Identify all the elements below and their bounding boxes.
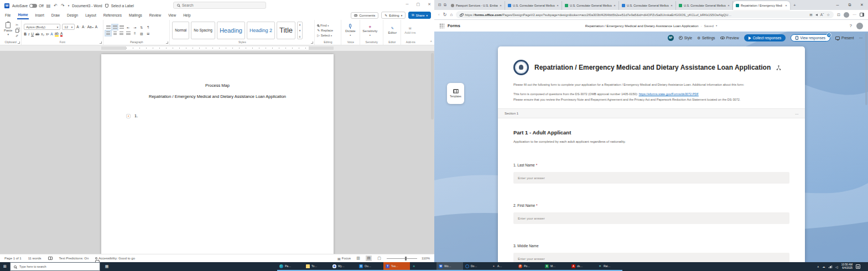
grow-font-button[interactable]: Aˆ [76,25,80,29]
select-label-button[interactable]: Select a Label [111,4,134,8]
presence-avatar[interactable]: NP [668,35,674,41]
change-case-button[interactable]: Aa▾ [87,25,93,29]
restore-icon[interactable]: ⧉ [844,3,856,7]
taskbar-search-box[interactable]: Type here to search [10,262,100,271]
web-layout-icon[interactable]: ▢ [376,256,382,261]
back-icon[interactable]: ‹ [438,12,440,17]
refresh-icon[interactable]: ↻ [443,12,447,17]
share-button[interactable]: ⧉ Share ▾ [408,12,431,19]
taskbar-app[interactable]: ✳ [410,262,436,271]
taskbar-file-explorer[interactable]: To… [304,262,330,271]
line-spacing-icon[interactable]: ≡ [132,31,137,35]
document-page[interactable]: Process Map Repatriation / Emergency Med… [101,54,334,254]
part-title[interactable]: Part 1 - Adult Applicant [498,129,805,136]
tray-expand-icon[interactable]: ∧ [817,265,819,268]
save-icon[interactable]: ▤ [46,3,51,8]
text-size-icon[interactable]: Aˆ [820,13,824,17]
superscript-button[interactable]: x² [46,32,49,36]
answer-input[interactable]: Enter your answer [513,253,789,262]
maximize-icon[interactable]: ▢ [417,2,420,7]
network-icon[interactable] [829,265,833,268]
style-button[interactable]: Style [679,36,692,40]
font-size-combo[interactable]: 12▾ [62,24,75,30]
show-marks-icon[interactable]: ¶ [145,25,150,29]
taskbar-teams[interactable]: TTea… [383,262,410,271]
document-canvas[interactable]: Process Map Repatriation / Emergency Med… [0,51,434,254]
form-title[interactable]: Repatriation / Emergency Medical and Die… [534,64,771,71]
collapse-ribbon-icon[interactable]: ˄ [430,40,432,43]
align-right-icon[interactable] [119,31,124,35]
ds3072-link[interactable]: https://eforms.state.gov/Forms/ds3072.PD… [639,92,699,96]
dialog-launcher-icon[interactable] [311,41,313,44]
style-heading1[interactable]: Heading [217,22,245,39]
style-normal[interactable]: Normal [172,22,189,39]
styles-gallery-scroll[interactable]: ▴▾≡ [297,22,303,39]
action-center-icon[interactable] [856,264,860,269]
zoom-slider[interactable] [387,258,417,259]
bold-button[interactable]: B [24,32,27,36]
new-tab-icon[interactable]: + [790,3,799,8]
find-button[interactable]: Find ▾ [317,24,333,27]
chevron-down-icon[interactable]: ▾ [716,24,717,27]
clear-formatting-button[interactable]: A [95,25,97,29]
dictate-button[interactable]: Dictate▾ [344,22,357,39]
taskbar-edge[interactable]: Pa… [277,262,304,271]
more-menu-icon[interactable]: ⋯ [853,13,856,17]
page-indicator[interactable]: Page 1 of 1 [4,257,22,260]
font-name-combo[interactable]: Aptos (Body)▾ [24,24,60,30]
toggle-off-icon[interactable] [29,4,37,8]
addins-button[interactable]: ⊞ Add-ins [403,22,417,39]
section-header[interactable]: Section 1 ⋯ [498,108,805,118]
answer-input[interactable]: Enter your answer [513,172,789,184]
justify-icon[interactable] [126,31,131,35]
present-button[interactable]: Present [835,36,854,40]
url-field[interactable]: https://forms.office.com/Pages/DesignPag… [456,11,834,18]
onedrive-cloud-icon[interactable]: ☁ [823,265,825,268]
page-scrollbar[interactable] [865,33,867,105]
ruler[interactable] [0,45,434,51]
close-tab-icon[interactable]: × [614,4,616,7]
section-more-icon[interactable]: ⋯ [795,112,798,116]
tab-layout[interactable]: Layout [85,12,97,19]
underline-button[interactable]: U [31,32,34,36]
tab-mailings[interactable]: Mailings [128,12,143,19]
tab-insert[interactable]: Insert [35,12,45,19]
collections-grid-icon[interactable]: ⊞ [809,13,812,17]
browser-profile-avatar[interactable] [844,12,849,18]
taskbar-acrobat[interactable]: Ads… [569,262,596,271]
clock[interactable]: 10:50 AM 6/4/2025 [841,263,853,270]
undo-icon[interactable]: ↶ [54,3,58,8]
forms-app-name[interactable]: Forms [448,23,460,28]
workspaces-icon[interactable]: ⧉ [444,3,446,7]
paste-button[interactable]: Paste▾ [2,22,14,39]
zoom-level[interactable]: 110% [422,257,430,260]
decrease-indent-icon[interactable]: ⇤ [126,25,131,29]
browser-tab[interactable]: Passport Services - U.S. Embas× [448,1,505,10]
borders-icon[interactable]: ⊞ [145,31,150,35]
browser-tab[interactable]: U.S. Consulate General Melbou× [505,1,562,10]
document-scrollbar[interactable] [431,53,434,119]
tab-actions-icon[interactable]: ⊟ [438,3,441,7]
browser-tab[interactable]: U.S. Consulate General Melbou× [619,1,676,10]
select-button[interactable]: ▷ Select ▾ [317,33,333,37]
tab-home[interactable]: Home [17,12,28,19]
question-block[interactable]: 2. First Name* Enter your answer [498,204,805,224]
italic-button[interactable]: I [28,32,29,36]
text-predictions[interactable]: Text Predictions: On [59,257,89,260]
saved-status[interactable]: Saved [704,24,714,28]
subscript-button[interactable]: x₂ [41,32,44,36]
format-painter-icon[interactable]: ✐ [15,34,19,38]
sort-icon[interactable]: ⇅ [139,25,144,29]
word-search-box[interactable]: Search [173,2,266,9]
sidebar-toggle-icon[interactable] [860,13,864,17]
text-effects-button[interactable]: A [50,32,53,36]
autosave-toggle[interactable]: AutoSave Off [12,4,44,8]
close-tab-icon[interactable]: × [727,4,730,7]
browser-tab-active[interactable]: Repatriation / Emergency Medi× [733,1,790,10]
favorite-star-icon[interactable]: ☆ [827,13,830,17]
autocorrect-icon[interactable] [126,114,131,118]
shrink-font-button[interactable]: Aˇ [82,25,86,29]
close-icon[interactable]: ✕ [856,3,868,7]
accessibility-status[interactable]: Accessibility: Good to go [95,257,135,260]
browser-tab[interactable]: U.S. Consulate General Melbou× [562,1,619,10]
